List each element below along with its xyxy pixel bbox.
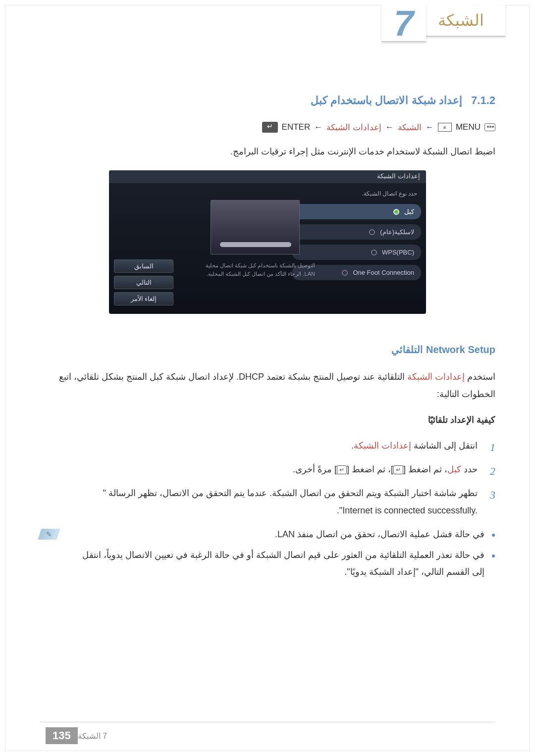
arrow-icon: ← (314, 122, 322, 132)
menu-path: ENTER ← إعدادات الشبكة ← الشبكة ← ≡ MENU (40, 122, 495, 133)
note-item: في حالة تعذر العملية التلقائية من العثور… (67, 547, 495, 580)
page-footer: 135 7 الشبكة (40, 722, 495, 744)
section-title-text: إعداد شبكة الاتصال باستخدام كبل (311, 94, 462, 106)
enter-button-icon: ↵ (393, 465, 403, 474)
osd-prev-button: السابق (114, 259, 173, 273)
osd-illustration (211, 200, 300, 254)
note-block: ✎ في حالة فشل عملية الاتصال، تحقق من اتص… (40, 526, 495, 585)
section-number: 7.1.2 (471, 94, 495, 106)
osd-cancel-button: إلغاء الأمر (114, 292, 173, 305)
subsection-intro: استخدم إعدادات الشبكة التلقائية عند توصي… (40, 368, 495, 402)
footer-label: 7 الشبكة (78, 731, 107, 741)
menu-bars-icon: ≡ (438, 123, 452, 132)
howto-heading: كيفية الإعداد تلقائيًا (40, 411, 495, 428)
osd-option-label: لاسلكية(عام) (380, 228, 414, 236)
red-term: إعدادات الشبكة (354, 441, 411, 451)
red-term: إعدادات الشبكة (407, 372, 465, 382)
page-number: 135 (46, 727, 78, 744)
chapter-header: الشبكة 7 (381, 5, 505, 50)
osd-title: إعدادات الشبكة (109, 170, 426, 183)
chapter-title: الشبكة (426, 5, 505, 37)
osd-description: التوصيل بالشبكة باستخدام كبل شبكة اتصال … (193, 261, 317, 278)
arrow-icon: ← (385, 122, 394, 132)
english-quote: Internet is connected successfully. (342, 502, 478, 519)
nav-item-settings: إعدادات الشبكة (326, 122, 381, 133)
step-1: انتقل إلى الشاشة إعدادات الشبكة. (40, 437, 495, 454)
section-heading: 7.1.2 إعداد شبكة الاتصال باستخدام كبل (40, 94, 495, 107)
nav-item-network: الشبكة (398, 122, 422, 133)
red-term: كبل (447, 464, 461, 474)
note-item: في حالة فشل عملية الاتصال، تحقق من اتصال… (67, 526, 495, 543)
radio-icon (371, 250, 377, 255)
remote-icon (484, 123, 495, 131)
step-3: تظهر شاشة اختبار الشبكة ويتم التحقق من ا… (40, 485, 495, 518)
chapter-number: 7 (381, 5, 426, 42)
nav-enter: ENTER (282, 122, 311, 132)
subsection-heading: Network Setup التلقائي (40, 344, 495, 355)
enter-button-icon: ↵ (337, 465, 347, 474)
nav-menu: MENU (456, 122, 481, 132)
step-2: حدد كبل، ثم اضغط [↵]، ثم اضغط [↵] مرةً أ… (40, 461, 495, 478)
osd-option-label: WPS(PBC) (382, 249, 414, 256)
enter-icon (262, 122, 278, 133)
steps-list: انتقل إلى الشاشة إعدادات الشبكة. حدد كبل… (40, 437, 495, 519)
intro-text: اضبط اتصال الشبكة لاستخدام خدمات الإنترن… (40, 144, 495, 159)
note-icon: ✎ (38, 529, 60, 540)
arrow-icon: ← (426, 122, 434, 132)
osd-screenshot: إعدادات الشبكة حدد نوع اتصال الشبكة. كبل… (109, 170, 426, 314)
osd-next-button: التالي (114, 276, 173, 289)
osd-option-label: One Foot Connection (353, 269, 414, 276)
radio-icon (393, 209, 399, 215)
radio-icon (369, 229, 375, 235)
osd-option-label: كبل (404, 208, 414, 215)
radio-icon (342, 270, 348, 276)
